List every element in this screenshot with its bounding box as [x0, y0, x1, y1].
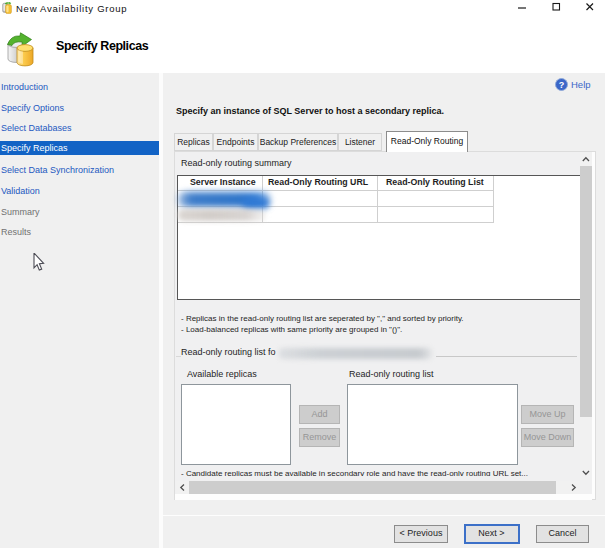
svg-text:?: ?: [559, 79, 565, 89]
